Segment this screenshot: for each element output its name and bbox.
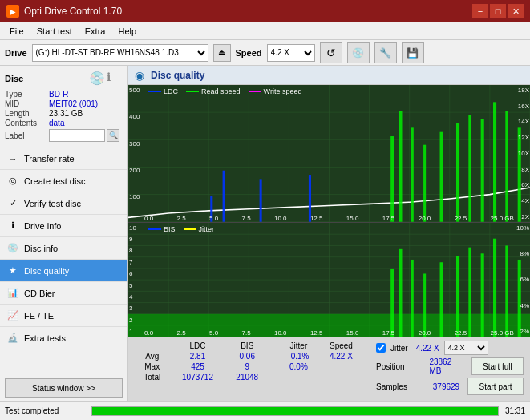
- disc-info-icon: ℹ: [107, 71, 123, 87]
- menu-file[interactable]: File: [3, 25, 30, 38]
- disc-panel-header: Disc 💿 ℹ: [5, 71, 123, 87]
- speed-label: Speed: [236, 48, 262, 58]
- legend-jitter: Jitter: [184, 225, 215, 233]
- sidebar-item-fe-te[interactable]: 📈 FE / TE: [0, 305, 127, 327]
- status-bar: Test completed 31:31: [0, 401, 530, 420]
- transfer-rate-icon: →: [6, 152, 19, 165]
- options-button[interactable]: 🔧: [374, 42, 397, 63]
- disc-quality-icon: ★: [6, 265, 19, 277]
- sidebar: Disc 💿 ℹ Type BD-R MID MEIT02 (001) Leng…: [0, 66, 128, 401]
- legend-jitter-text: Jitter: [199, 225, 215, 233]
- svg-rect-52: [390, 269, 394, 337]
- disc-contents-row: Contents data: [5, 119, 123, 127]
- transfer-rate-label: Transfer rate: [24, 154, 75, 164]
- sidebar-item-disc-quality[interactable]: ★ Disc quality: [0, 260, 127, 282]
- drive-info-icon: ℹ: [6, 220, 19, 232]
- status-window-button[interactable]: Status window >>: [5, 378, 123, 398]
- svg-rect-57: [456, 256, 459, 337]
- disc-contents-val: data: [49, 119, 123, 127]
- stats-bar: LDC BIS Jitter Speed Avg 2.81 0.06: [128, 337, 530, 401]
- drive-select[interactable]: (G:) HL-DT-ST BD-RE WH16NS48 1.D3: [32, 44, 208, 62]
- legend-ldc-color: [148, 91, 161, 92]
- top-chart-x-axis: 0.0 2.5 5.0 7.5 10.0 12.5 15.0 17.5 20.0…: [144, 215, 514, 222]
- sidebar-item-disc-info[interactable]: 💿 Disc info: [0, 237, 127, 260]
- fe-te-icon: 📈: [6, 309, 19, 322]
- menu-start-test[interactable]: Start test: [30, 25, 79, 38]
- svg-rect-23: [411, 127, 414, 221]
- stats-left: LDC BIS Jitter Speed Avg 2.81 0.06: [128, 337, 370, 401]
- legend-write-color: [249, 91, 261, 92]
- sidebar-item-transfer-rate[interactable]: → Transfer rate: [0, 147, 127, 170]
- extra-tests-label: Extra tests: [24, 333, 66, 343]
- time-display: 31:31: [505, 406, 525, 415]
- legend-write-text: Write speed: [264, 87, 302, 95]
- legend-ldc-text: LDC: [164, 87, 178, 95]
- save-button[interactable]: 💾: [402, 42, 424, 63]
- cd-bier-label: CD Bier: [24, 289, 55, 298]
- bottom-chart-y-right-axis: 10% 8% 6% 4% 2%: [516, 223, 530, 337]
- menu-help[interactable]: Help: [111, 25, 143, 38]
- stats-speed-value: 4.22 X: [416, 344, 439, 353]
- start-part-button[interactable]: Start part: [467, 378, 524, 395]
- svg-rect-56: [440, 262, 443, 337]
- sidebar-item-cd-bier[interactable]: 📊 CD Bier: [0, 282, 127, 305]
- stats-max-bis: 9: [226, 361, 269, 372]
- stats-col-speed: Speed: [319, 341, 363, 351]
- app-title: Opti Drive Control 1.70: [24, 6, 122, 17]
- extra-tests-icon: 🔬: [6, 332, 19, 345]
- speed-select[interactable]: 4.2 X: [267, 44, 315, 62]
- stats-avg-empty: [269, 351, 278, 361]
- drive-bar: Drive (G:) HL-DT-ST BD-RE WH16NS48 1.D3 …: [0, 40, 530, 66]
- chart-title: Disc quality: [151, 70, 204, 81]
- bottom-chart-y-axis: 10 9 8 7 6 5 4 3 2 1: [128, 223, 136, 337]
- disc-panel: Disc 💿 ℹ Type BD-R MID MEIT02 (001) Leng…: [0, 66, 127, 147]
- right-panel: ◉ Disc quality: [128, 66, 530, 401]
- disc-label-icon-button[interactable]: 🔍: [107, 129, 119, 142]
- create-test-disc-label: Create test disc: [24, 176, 85, 186]
- jitter-checkbox[interactable]: [376, 343, 386, 353]
- svg-rect-29: [493, 102, 496, 221]
- start-full-button[interactable]: Start full: [471, 357, 524, 375]
- svg-rect-28: [481, 119, 484, 222]
- menu-extra[interactable]: Extra: [79, 25, 112, 38]
- disc-type-val: BD-R: [49, 90, 123, 99]
- legend-read-text: Read speed: [201, 87, 241, 95]
- progress-fill: [92, 407, 498, 415]
- speed-right-select[interactable]: 4.2 X: [444, 341, 488, 355]
- disc-length-val: 23.31 GB: [49, 109, 123, 118]
- legend-write: Write speed: [249, 87, 302, 95]
- legend-read-color: [186, 91, 199, 92]
- legend-bis-text: BIS: [164, 225, 176, 233]
- stats-max-label: Max: [135, 361, 169, 372]
- top-chart-y-right-axis: 18X 16X 14X 12X 10X 8X 6X 4X 2X: [518, 85, 530, 222]
- disc-button[interactable]: 💿: [347, 42, 370, 63]
- position-row: Position 23862 MB Start full: [376, 357, 524, 375]
- bottom-chart-legend: BIS Jitter: [148, 225, 214, 233]
- stats-max-jitter: 0.0%: [278, 361, 319, 372]
- stats-col-empty2: [269, 341, 278, 351]
- menu-bar: File Start test Extra Help: [0, 22, 530, 40]
- close-button[interactable]: ✕: [508, 4, 524, 18]
- sidebar-item-drive-info[interactable]: ℹ Drive info: [0, 215, 127, 237]
- status-text: Test completed: [5, 406, 85, 415]
- svg-rect-30: [505, 111, 508, 222]
- disc-label-input[interactable]: [49, 129, 105, 142]
- refresh-button[interactable]: ↺: [320, 42, 342, 63]
- stats-total-ldc: 1073712: [169, 372, 225, 382]
- disc-header-label: Disc: [5, 74, 23, 83]
- eject-button[interactable]: ⏏: [213, 44, 231, 62]
- sidebar-item-create-test-disc[interactable]: ◎ Create test disc: [0, 170, 127, 192]
- minimize-button[interactable]: −: [472, 4, 488, 18]
- jitter-check-row: Jitter 4.22 X 4.2 X: [376, 341, 524, 355]
- main-area: Disc 💿 ℹ Type BD-R MID MEIT02 (001) Leng…: [0, 66, 530, 401]
- sidebar-item-extra-tests[interactable]: 🔬 Extra tests: [0, 327, 127, 349]
- stats-total-jitter: [278, 372, 319, 382]
- maximize-button[interactable]: □: [490, 4, 506, 18]
- stats-col-empty: [135, 341, 169, 351]
- title-bar-left: ▶ Opti Drive Control 1.70: [6, 5, 122, 18]
- drive-label: Drive: [5, 48, 27, 58]
- stats-avg-jitter: -0.1%: [278, 351, 319, 361]
- bottom-chart: BIS Jitter 10 9 8 7 6 5 4 3: [128, 223, 530, 337]
- top-chart-legend: LDC Read speed Write speed: [148, 87, 301, 95]
- sidebar-item-verify-test-disc[interactable]: ✓ Verify test disc: [0, 192, 127, 215]
